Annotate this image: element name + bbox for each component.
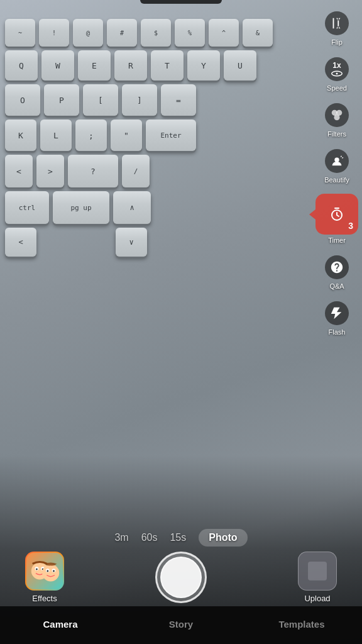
timer-badge: 3 (348, 221, 353, 231)
upload-label: Upload (304, 594, 330, 603)
svg-point-17 (53, 570, 55, 572)
nav-story[interactable]: Story (121, 606, 241, 641)
beautify-label: Beautify (324, 176, 349, 184)
bottom-nav: Camera Story Templates (0, 606, 362, 644)
qa-label: Q&A (329, 282, 344, 290)
svg-point-11 (36, 569, 38, 570)
svg-point-4 (334, 114, 339, 120)
svg-point-1 (336, 72, 338, 74)
top-notch (140, 0, 222, 4)
mode-photo[interactable]: Photo (199, 529, 247, 547)
flash-label: Flash (329, 328, 346, 336)
beautify-icon-container (324, 148, 350, 174)
mode-3m[interactable]: 3m (114, 532, 128, 543)
svg-point-16 (47, 570, 48, 572)
shutter-inner (160, 557, 202, 598)
effects-button[interactable]: Effects (25, 552, 64, 603)
flip-icon-bg (325, 11, 349, 35)
timer-icon (329, 207, 344, 222)
camera-background: ~ ! @ # $ % ^ & Q W E R T Y U O (0, 0, 362, 644)
upload-icon (308, 562, 327, 580)
speed-icon (331, 70, 343, 77)
speed-control[interactable]: 1x Speed (321, 52, 353, 96)
nav-templates[interactable]: Templates (241, 606, 362, 641)
filters-icon (330, 108, 344, 122)
flip-control[interactable]: Flip (321, 6, 353, 50)
flash-icon-bg (325, 301, 349, 325)
upload-thumbnail (298, 552, 337, 591)
nav-story-label: Story (169, 619, 193, 630)
nav-camera[interactable]: Camera (0, 606, 121, 641)
beautify-icon-bg (325, 149, 349, 173)
effects-svg (26, 553, 63, 589)
upload-button[interactable]: Upload (298, 552, 337, 603)
filters-icon-bg (325, 103, 349, 127)
camera-view: ~ ! @ # $ % ^ & Q W E R T Y U O (0, 0, 362, 644)
timer-bg: 3 (315, 194, 358, 235)
flash-icon-container (324, 300, 350, 326)
flash-icon (330, 306, 344, 320)
mode-selector: 3m 60s 15s Photo (0, 529, 362, 547)
svg-rect-18 (308, 562, 327, 580)
speed-badge: 1x (332, 62, 341, 70)
flip-icon (330, 16, 344, 30)
mode-60s[interactable]: 60s (141, 532, 158, 543)
flip-icon-container (324, 10, 350, 36)
effects-label: Effects (32, 594, 57, 603)
effects-thumbnail (25, 552, 64, 591)
svg-point-5 (334, 158, 339, 162)
mode-15s[interactable]: 15s (170, 532, 186, 543)
beautify-icon (330, 154, 344, 168)
filters-label: Filters (327, 130, 346, 138)
beautify-control[interactable]: Beautify (321, 144, 353, 187)
qa-icon (330, 260, 344, 274)
speed-icon-bg: 1x (325, 57, 349, 81)
right-controls: Flip 1x Speed (312, 0, 362, 340)
qa-icon-bg (325, 255, 349, 279)
flash-control[interactable]: Flash (321, 296, 353, 340)
camera-controls: Effects Upload (0, 552, 362, 603)
flip-label: Flip (331, 38, 343, 46)
timer-icon-container: 3 (315, 194, 358, 235)
timer-label: Timer (328, 236, 346, 244)
filters-control[interactable]: Filters (321, 98, 353, 142)
speed-label: Speed (327, 84, 347, 92)
qa-icon-container (324, 254, 350, 280)
qa-control[interactable]: Q&A (321, 250, 353, 294)
speed-icon-container: 1x (324, 56, 350, 82)
filters-icon-container (324, 102, 350, 128)
effects-faces-icon (25, 552, 64, 591)
nav-camera-label: Camera (43, 619, 77, 630)
timer-control[interactable]: 3 Timer (313, 190, 361, 248)
keyboard-bg: ~ ! @ # $ % ^ & Q W E R T Y U O (0, 0, 362, 502)
shutter-button[interactable] (155, 552, 207, 603)
nav-templates-label: Templates (278, 619, 324, 630)
svg-point-13 (42, 564, 59, 581)
